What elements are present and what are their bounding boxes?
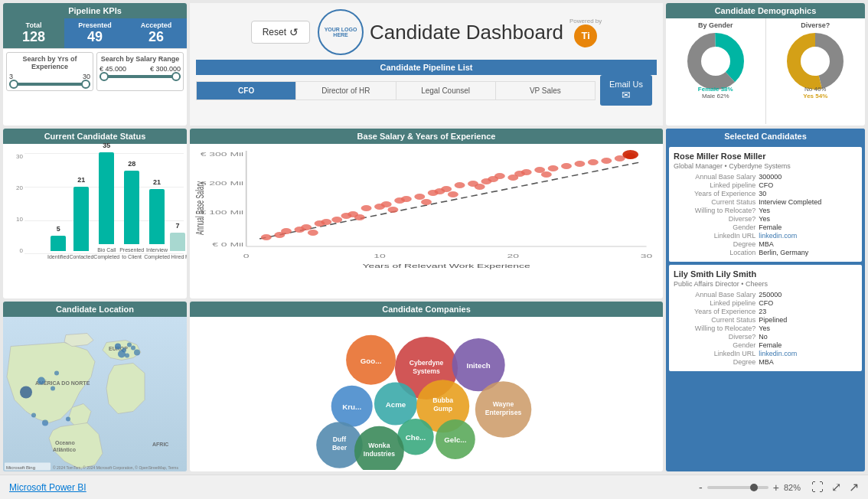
candidate-1-title: Global Manager • Cyberdyne Systems <box>674 162 857 170</box>
svg-text:Gelc...: Gelc... <box>444 435 466 444</box>
search-yrs-range: 3 30 <box>9 73 90 80</box>
svg-point-51 <box>521 169 532 175</box>
svg-point-79 <box>125 354 129 358</box>
svg-point-73 <box>66 417 70 422</box>
salary-chart-content: € 300 Mil € 200 Mil € 100 Mil € 0 Mil 0 … <box>190 144 663 297</box>
svg-text:Atlântico: Atlântico <box>53 447 76 452</box>
diverse-chart: Diverse? No 46% Yes 54% <box>766 18 866 124</box>
svg-point-77 <box>131 346 135 351</box>
svg-point-69 <box>20 386 32 399</box>
yes-label: Yes 54% <box>803 93 827 99</box>
svg-text:© 2024 TomTom; © 2024 Microsof: © 2024 TomTom; © 2024 Microsoft Corporat… <box>53 465 178 470</box>
salary-slider[interactable] <box>100 75 181 78</box>
tab-director-hr[interactable]: Director of HR <box>296 82 396 99</box>
svg-point-31 <box>361 205 372 211</box>
svg-point-5 <box>801 47 829 75</box>
tab-vp-sales[interactable]: VP Sales <box>496 82 595 99</box>
candidate-2-salary: Annual Base Salary 250000 <box>674 291 857 298</box>
bubble-svg: Cyberdyne Systems Initech Goo... Acme Bu… <box>190 317 663 470</box>
title-panel: Reset ↺ YOUR LOGO HERE Candidate Dashboa… <box>190 3 663 126</box>
selected-candidates-list: Rose Miller Rose Miller Global Manager •… <box>666 144 865 470</box>
svg-text:Initech: Initech <box>466 361 490 370</box>
zoom-plus[interactable]: + <box>773 481 779 494</box>
zoom-slider[interactable] <box>707 486 768 489</box>
candidate-card-1: Rose Miller Rose Miller Global Manager •… <box>669 147 862 262</box>
bar-presented[interactable]: 28 Presented to Client <box>119 171 144 260</box>
logo-title-group: YOUR LOGO HERE Candidate Dashboard Power… <box>318 9 602 55</box>
diverse-donut <box>781 31 850 92</box>
bar-bio-call[interactable]: 35 Bio Call Completed <box>93 152 119 260</box>
candidate-1-degree: Degree MBA <box>674 240 857 248</box>
candidate-2-title: Public Affairs Director • Cheers <box>674 280 857 288</box>
search-section: Search by Yrs of Experience 3 30 Search … <box>3 49 187 94</box>
powerbi-link[interactable]: Microsoft Power BI <box>9 482 86 493</box>
svg-text:Wayne: Wayne <box>493 400 514 408</box>
svg-point-26 <box>321 219 331 225</box>
location-panel: Candidate Location AMÉRICA DO NORTE EUR <box>3 302 187 471</box>
tab-legal-counsel[interactable]: Legal Counsel <box>396 82 496 99</box>
gender-donut <box>681 31 750 92</box>
fit-screen-icon[interactable]: ⛶ <box>811 481 824 494</box>
pipeline-list-header: Candidate Pipeline List <box>196 60 657 75</box>
svg-point-41 <box>441 186 452 192</box>
pipeline-list-section: Candidate Pipeline List CFO Director of … <box>196 60 657 106</box>
svg-point-36 <box>401 196 412 202</box>
powered-by: Powered by Ti <box>569 18 602 47</box>
yrs-slider[interactable] <box>9 83 90 86</box>
female-label: Female 38% <box>698 86 733 93</box>
bar-interview[interactable]: 21 Interview Completed <box>144 189 170 260</box>
status-chart-content: 30 20 10 0 5 <box>3 144 187 297</box>
bar-contacted[interactable]: 21 Contacted <box>69 187 93 260</box>
y-axis: 30 20 10 0 <box>5 153 23 254</box>
candidate-2-gender: Gender Female <box>674 341 857 349</box>
fullscreen-icon[interactable]: ⤢ <box>831 480 841 494</box>
svg-point-45 <box>475 184 485 190</box>
svg-point-42 <box>448 191 458 197</box>
svg-text:Oceano: Oceano <box>55 440 75 445</box>
svg-text:Systems: Systems <box>413 367 440 375</box>
candidate-1-experience: Years of Experience 30 <box>674 190 857 197</box>
svg-point-2 <box>702 47 729 75</box>
svg-text:0: 0 <box>243 253 250 259</box>
svg-text:Che...: Che... <box>406 433 426 442</box>
status-chart-panel: Current Candidate Status 30 20 10 0 <box>3 129 187 298</box>
candidate-2-status: Current Status Pipelined <box>674 316 857 324</box>
pipeline-tabs-row: CFO Director of HR Legal Counsel VP Sale… <box>196 75 657 106</box>
svg-point-37 <box>414 194 425 200</box>
svg-point-24 <box>308 230 318 236</box>
svg-point-33 <box>381 201 392 207</box>
email-button[interactable]: Email Us ✉ <box>600 75 652 106</box>
svg-text:Microsoft Bing: Microsoft Bing <box>6 465 35 470</box>
svg-text:Cyberdyne: Cyberdyne <box>410 359 444 367</box>
svg-text:Duff: Duff <box>333 435 346 443</box>
svg-point-71 <box>42 420 48 426</box>
share-icon[interactable]: ↗ <box>849 480 859 494</box>
tab-cfo[interactable]: CFO <box>197 82 296 99</box>
companies-panel: Candidate Companies Cyberdyne Systems In… <box>190 302 663 471</box>
bar-identified[interactable]: 5 Identified <box>47 236 69 260</box>
reset-button[interactable]: Reset ↺ <box>251 21 310 44</box>
demographics-panel: Candidate Demographics By Gender Female … <box>666 3 865 126</box>
candidate-2-experience: Years of Experience 23 <box>674 308 857 315</box>
bar-hired[interactable]: 7 Hired <box>170 233 185 260</box>
bars-container: 5 Identified 21 Contacted 35 <box>24 153 184 260</box>
candidate-1-linkedin[interactable]: LinkedIn URL linkedin.com <box>674 232 857 240</box>
svg-point-80 <box>134 350 140 356</box>
svg-point-55 <box>561 163 572 169</box>
candidate-2-name: Lily Smith Lily Smith <box>674 269 857 279</box>
svg-text:€ 0 Mil: € 0 Mil <box>212 241 243 247</box>
email-btn-container: Email Us ✉ <box>596 75 657 106</box>
bar-pipelined[interactable]: 11 Pipelined <box>185 222 187 260</box>
svg-point-57 <box>588 159 599 165</box>
salary-chart-panel: Base Salary & Years of Experience € 300 … <box>190 129 663 298</box>
candidate-2-relocate: Willing to Relocate? Yes <box>674 325 857 332</box>
svg-text:Annual Base Salary: Annual Base Salary <box>194 181 206 235</box>
svg-point-72 <box>31 413 36 418</box>
search-yrs-box: Search by Yrs of Experience 3 30 <box>6 52 93 91</box>
kpi-accepted: Accepted 26 <box>126 18 187 48</box>
candidate-2-linkedin[interactable]: LinkedIn URL linkedin.com <box>674 350 857 357</box>
svg-point-56 <box>574 161 585 167</box>
zoom-minus[interactable]: - <box>699 481 703 494</box>
svg-point-61 <box>622 150 638 159</box>
svg-point-34 <box>387 207 398 213</box>
